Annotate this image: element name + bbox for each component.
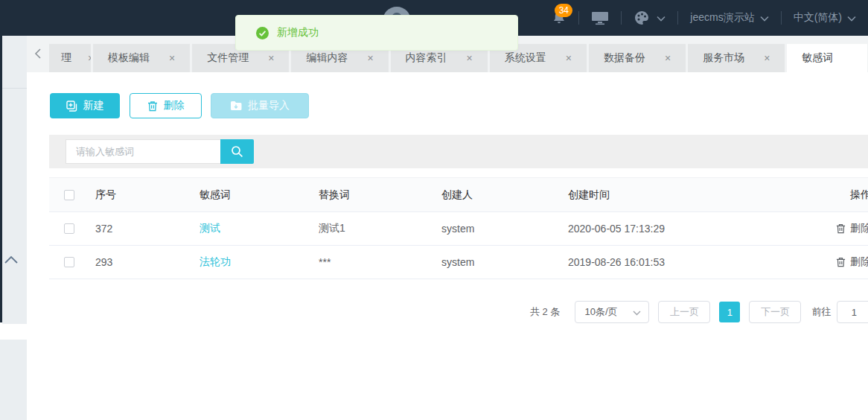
search-bar: [49, 135, 868, 168]
chevron-down-icon: [657, 12, 666, 24]
table-cell: 删除: [772, 255, 868, 269]
tab-label: 文件管理: [207, 51, 249, 65]
tab-8[interactable]: 敏感词: [787, 44, 867, 72]
tab-close-icon[interactable]: ×: [88, 53, 91, 63]
language-label: 中文(简体): [794, 11, 842, 25]
table-cell: [49, 223, 91, 234]
theme-button[interactable]: [622, 0, 677, 36]
column-header: 替换词: [314, 188, 437, 202]
success-toast: 新增成功: [235, 15, 518, 51]
search-input[interactable]: [66, 139, 220, 164]
chevron-down-icon: [847, 12, 856, 24]
column-header: 创建人: [437, 188, 564, 202]
column-header: 序号: [91, 188, 195, 202]
tab-close-icon[interactable]: ×: [367, 53, 373, 63]
column-header: 敏感词: [195, 188, 314, 202]
notifications-button[interactable]: 34: [540, 0, 578, 36]
sensitive-word-link[interactable]: 测试: [200, 222, 220, 234]
tab-close-icon[interactable]: ×: [764, 53, 770, 63]
cell-created-time: 2019-08-26 16:01:53: [564, 256, 772, 268]
chevron-down-icon: [633, 307, 641, 318]
tab-label: 系统设置: [505, 51, 546, 65]
page-size-select[interactable]: 10条/页: [575, 301, 649, 323]
collapse-up-button[interactable]: [4, 255, 20, 267]
row-checkbox[interactable]: [64, 257, 74, 267]
tab-label: 理: [61, 51, 71, 65]
notification-badge: 34: [555, 4, 572, 17]
bottom-rail-block: [0, 340, 27, 420]
language-switcher[interactable]: 中文(简体): [782, 0, 868, 36]
cell-no: 293: [91, 256, 195, 268]
monitor-icon: [591, 10, 609, 25]
row-delete-button[interactable]: 删除: [836, 222, 868, 235]
goto-label: 前往: [811, 305, 831, 319]
palette-icon: [634, 10, 650, 26]
chevron-left-icon: [34, 48, 42, 60]
table-cell: [49, 257, 91, 267]
tab-1[interactable]: 模板编辑×: [93, 44, 190, 72]
site-name: jeecms演示站: [690, 11, 754, 25]
search-button[interactable]: [220, 139, 254, 164]
prev-page-label: 上一页: [670, 305, 699, 319]
screen-button[interactable]: [579, 0, 621, 36]
toast-message: 新增成功: [277, 26, 319, 39]
tabs-scroll-left-button[interactable]: [34, 48, 42, 62]
current-page: 1: [727, 307, 733, 318]
secondary-rail: [2, 36, 27, 324]
prev-page-button[interactable]: 上一页: [658, 301, 710, 323]
search-icon: [231, 145, 243, 158]
table-header-row: 序号敏感词替换词创建人创建时间操作: [49, 178, 868, 212]
tab-6[interactable]: 数据备份×: [589, 44, 686, 72]
pagination: 共 2 条 10条/页 上一页 1 下一页 前往: [530, 301, 868, 323]
page-size-value: 10条/页: [584, 305, 617, 319]
tab-close-icon[interactable]: ×: [169, 53, 175, 63]
app-window: 34: [0, 0, 868, 420]
page-1-button[interactable]: 1: [719, 302, 740, 322]
new-button-label: 新建: [83, 99, 104, 112]
cell-creator: system: [437, 256, 564, 268]
tab-label: 内容索引: [406, 51, 447, 65]
cell-replacement: 测试1: [314, 222, 437, 235]
trash-icon: [836, 257, 846, 267]
table-row: 293法轮功***system2019-08-26 16:01:53删除: [49, 246, 868, 279]
tab-label: 数据备份: [604, 51, 645, 65]
column-header: 操作: [772, 188, 868, 202]
table-row: 372测试测试1system2020-06-05 17:13:29删除: [49, 212, 868, 246]
sensitive-word-link[interactable]: 法轮功: [200, 255, 231, 267]
table-cell: 法轮功: [195, 255, 314, 269]
goto-page-input[interactable]: [837, 301, 868, 323]
tab-close-icon[interactable]: ×: [268, 53, 274, 63]
next-page-label: 下一页: [761, 305, 790, 319]
site-switcher[interactable]: jeecms演示站: [678, 0, 780, 36]
batch-import-label: 批量导入: [248, 99, 290, 112]
table-cell: 删除: [772, 222, 868, 235]
import-folder-icon: [230, 101, 242, 111]
tab-label: 服务市场: [703, 51, 744, 65]
tab-close-icon[interactable]: ×: [665, 53, 671, 63]
divider: [2, 88, 27, 89]
trash-icon: [836, 223, 846, 234]
tab-close-icon[interactable]: ×: [467, 53, 473, 63]
cell-no: 372: [91, 223, 195, 235]
row-delete-button[interactable]: 删除: [836, 255, 868, 269]
chevron-up-icon: [4, 255, 19, 265]
tab-label: 编辑内容: [306, 51, 348, 65]
tab-7[interactable]: 服务市场×: [688, 44, 785, 72]
chevron-down-icon: [760, 12, 769, 24]
sensitive-words-table: 序号敏感词替换词创建人创建时间操作372测试测试1system2020-06-0…: [49, 177, 868, 279]
trash-icon: [147, 101, 158, 112]
cell-creator: system: [437, 223, 564, 235]
row-checkbox[interactable]: [64, 223, 74, 234]
table-cell: 测试: [195, 222, 314, 235]
delete-button[interactable]: 删除: [130, 93, 202, 118]
next-page-button[interactable]: 下一页: [749, 301, 801, 323]
tab-close-icon[interactable]: ×: [566, 53, 572, 63]
total-count: 共 2 条: [530, 305, 560, 319]
select-all-checkbox[interactable]: [64, 190, 74, 200]
delete-button-label: 删除: [164, 99, 185, 112]
new-button[interactable]: 新建: [50, 93, 120, 118]
batch-import-button[interactable]: 批量导入: [211, 93, 309, 118]
add-document-icon: [66, 101, 77, 112]
tab-label: 敏感词: [802, 51, 833, 65]
tab-0[interactable]: 理×: [49, 44, 91, 72]
